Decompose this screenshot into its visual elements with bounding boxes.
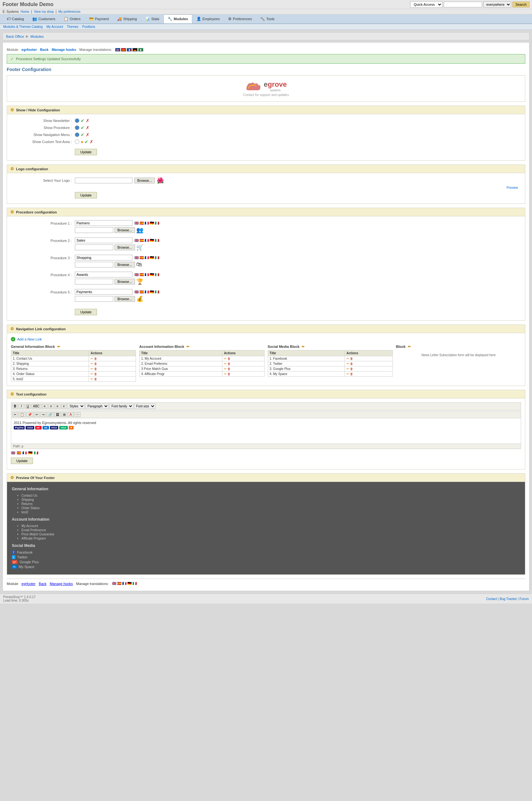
show-hide-update-button[interactable]: Update <box>75 149 97 155</box>
editor-undo[interactable]: ↩ <box>34 412 40 417</box>
procedure-update-button[interactable]: Update <box>75 309 97 315</box>
sec-nav-themes[interactable]: Themes <box>67 25 78 29</box>
proc-flag-fr-5[interactable]: 🇫🇷 <box>145 290 149 294</box>
custom-text-check-green[interactable]: ✔ <box>84 139 88 144</box>
proc-browse-3[interactable]: Browse... <box>115 262 135 267</box>
text-flag-gb[interactable]: 🇬🇧 <box>11 451 15 455</box>
editor-copy[interactable]: 📋 <box>19 412 25 417</box>
tab-customers[interactable]: 👥Customers <box>28 14 59 23</box>
procedure-check-green[interactable]: ✔ <box>81 125 84 130</box>
tab-employees[interactable]: 👤Employees <box>192 14 224 23</box>
bottom-flag-gb[interactable]: 🇬🇧 <box>112 581 116 585</box>
delete-link-2[interactable]: 🗑 <box>94 362 97 366</box>
custom-text-check-red[interactable]: ✗ <box>90 139 93 144</box>
proc-flag-de-3[interactable]: 🇩🇪 <box>150 256 154 260</box>
quick-access-dropdown[interactable]: Quick Access <box>410 1 442 8</box>
proc-flag-gb-1[interactable]: 🇬🇧 <box>134 221 139 225</box>
flag-de[interactable]: 🇩🇪 <box>132 48 137 52</box>
editor-italic[interactable]: I <box>19 404 24 409</box>
proc-flag-de-2[interactable]: 🇩🇪 <box>150 238 154 243</box>
delete-link-1[interactable]: 🗑 <box>94 357 97 360</box>
editor-bold[interactable]: B <box>12 404 18 409</box>
edit-link-1[interactable]: ✏ <box>91 357 93 360</box>
editor-link[interactable]: 🔗 <box>47 412 54 417</box>
nav-menu-check-green[interactable]: ✔ <box>81 132 84 137</box>
account-info-edit-icon[interactable]: ✏ <box>187 344 189 349</box>
delete-acc-4[interactable]: 🗑 <box>227 372 231 376</box>
editor-align-center[interactable]: ≡ <box>48 404 54 409</box>
newsletter-edit-icon[interactable]: ✏ <box>408 344 411 349</box>
module-name-link[interactable]: egrfooter <box>21 48 37 52</box>
newsletter-radio-on[interactable] <box>75 118 79 123</box>
edit-link-5[interactable]: ✏ <box>91 377 93 381</box>
editor-abc[interactable]: ABC <box>31 404 41 409</box>
tab-preferences[interactable]: ⚙Preferences <box>224 14 256 23</box>
editor-table[interactable]: ⊞ <box>61 412 67 417</box>
social-media-edit-icon[interactable]: ✏ <box>302 344 305 349</box>
home-link[interactable]: Home <box>21 10 30 14</box>
text-flag-it[interactable]: 🇮🇹 <box>34 451 38 455</box>
sec-nav-positions[interactable]: Positions <box>82 25 95 29</box>
proc-flag-de-1[interactable]: 🇩🇪 <box>150 221 154 225</box>
nav-menu-check-red[interactable]: ✗ <box>86 132 90 137</box>
delete-link-5[interactable]: 🗑 <box>94 377 97 381</box>
proc-file-5[interactable] <box>75 296 113 302</box>
delete-soc-2[interactable]: 🗑 <box>350 362 353 366</box>
text-flag-fr[interactable]: 🇫🇷 <box>22 451 27 455</box>
search-input[interactable] <box>444 2 482 7</box>
newsletter-check-green[interactable]: ✔ <box>81 118 84 123</box>
edit-link-4[interactable]: ✏ <box>91 372 93 376</box>
edit-soc-1[interactable]: ✏ <box>346 357 349 360</box>
proc-flag-fr-3[interactable]: 🇫🇷 <box>145 256 149 260</box>
proc-flag-de-5[interactable]: 🇩🇪 <box>150 290 154 294</box>
editor-paste[interactable]: 📌 <box>26 412 33 417</box>
proc-flag-fr-1[interactable]: 🇫🇷 <box>145 221 149 225</box>
proc-title-3[interactable] <box>75 255 132 260</box>
newsletter-check-red[interactable]: ✗ <box>86 118 90 123</box>
delete-soc-4[interactable]: 🗑 <box>350 372 353 376</box>
editor-color[interactable]: A <box>68 412 74 417</box>
procedure-check-red[interactable]: ✗ <box>86 125 90 130</box>
bottom-flag-fr[interactable]: 🇫🇷 <box>122 581 127 585</box>
back-link[interactable]: Back <box>40 48 48 52</box>
tab-catalog[interactable]: 🏷Catalog <box>3 14 28 23</box>
text-flag-es[interactable]: 🇪🇸 <box>17 451 21 455</box>
proc-flag-de-4[interactable]: 🇩🇪 <box>150 273 154 277</box>
bottom-flag-de[interactable]: 🇩🇪 <box>127 581 132 585</box>
logo-update-button[interactable]: Update <box>75 192 97 199</box>
nav-menu-radio-on[interactable] <box>75 132 79 137</box>
contact-link[interactable]: Contact <box>486 597 497 601</box>
proc-flag-gb-3[interactable]: 🇬🇧 <box>134 256 139 260</box>
proc-flag-it-3[interactable]: 🇮🇹 <box>155 256 159 260</box>
tab-modules[interactable]: 🔧Modules <box>164 14 192 23</box>
sec-nav-modules-catalog[interactable]: Modules & Themes Catalog <box>3 25 42 29</box>
delete-soc-1[interactable]: 🗑 <box>350 357 353 360</box>
proc-flag-es-5[interactable]: 🇪🇸 <box>139 290 144 294</box>
delete-acc-2[interactable]: 🗑 <box>227 362 231 366</box>
delete-link-3[interactable]: 🗑 <box>94 367 97 371</box>
editor-align-left[interactable]: ≡ <box>42 404 48 409</box>
search-scope-select[interactable]: everywhere <box>483 1 511 8</box>
proc-flag-fr-2[interactable]: 🇫🇷 <box>145 238 149 243</box>
proc-title-2[interactable] <box>75 238 132 243</box>
proc-file-4[interactable] <box>75 279 113 284</box>
edit-link-2[interactable]: ✏ <box>91 362 93 366</box>
custom-text-radio-off[interactable] <box>75 139 79 144</box>
editor-font-size[interactable]: Font size <box>134 404 155 409</box>
tab-payment[interactable]: 💳Payment <box>85 14 113 23</box>
breadcrumb-modules[interactable]: Modules <box>31 35 44 38</box>
sec-nav-my-account[interactable]: My Account <box>46 25 63 29</box>
flag-it[interactable]: 🇮🇹 <box>138 48 143 52</box>
bottom-manage-hooks-link[interactable]: Manage hooks <box>50 582 73 585</box>
flag-fr[interactable]: 🇫🇷 <box>127 48 132 52</box>
tab-tools[interactable]: 🔨Tools <box>256 14 279 23</box>
forum-link[interactable]: Forum <box>519 597 529 601</box>
bug-tracker-link[interactable]: Bug Tracker <box>500 597 517 601</box>
tab-orders[interactable]: 📋Orders <box>59 14 85 23</box>
editor-cut[interactable]: ✂ <box>12 412 18 417</box>
editor-paragraph[interactable]: Paragraph <box>86 404 109 409</box>
proc-browse-4[interactable]: Browse... <box>115 279 135 284</box>
editor-align-right[interactable]: ≡ <box>55 404 60 409</box>
text-update-button[interactable]: Update <box>11 458 33 464</box>
view-shop-link[interactable]: View my shop <box>34 10 54 14</box>
